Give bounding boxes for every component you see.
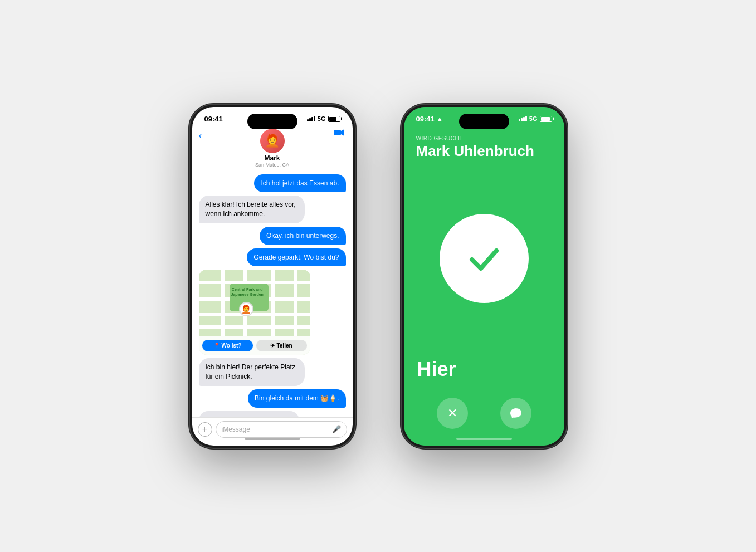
checkmark-area: [404, 160, 564, 358]
message-bubble: Ich bin hier! Der perfekte Platz für ein…: [199, 358, 305, 386]
home-indicator: [456, 438, 512, 440]
signal-bars: [307, 116, 315, 121]
contact-location: San Mateo, CA: [255, 162, 289, 168]
battery-icon: [328, 116, 340, 122]
message-bubble: Okay, ich bin unterwegs.: [260, 227, 346, 245]
message-input-bar: + iMessage 🎤: [192, 417, 353, 446]
messages-list: Ich hol jetzt das Essen ab. Alles klar! …: [192, 171, 353, 417]
map-actions: 📍 Wo ist? ✈ Teilen: [199, 336, 310, 355]
status-icons: 5G: [519, 115, 552, 122]
signal-bars: [519, 116, 527, 121]
dynamic-island: [459, 114, 509, 129]
where-is-label: Wo ist?: [222, 343, 242, 349]
messages-header: ‹ 🧑‍🦰 Mark San Mateo, CA: [192, 126, 353, 171]
message-bubble: Super! Bin halb verhungert ...: [199, 411, 299, 417]
road: [294, 270, 297, 336]
contact-avatar[interactable]: 🧑‍🦰: [260, 129, 285, 153]
map-background: Central Park andJapanese Garden 🧑‍🦰: [199, 270, 310, 336]
message-row-map: Central Park andJapanese Garden 🧑‍🦰 📍 Wo…: [199, 270, 346, 355]
where-is-button[interactable]: 📍 Wo ist?: [202, 340, 253, 351]
location-arrow-icon: ▲: [437, 115, 443, 122]
message-row: Super! Bin halb verhungert ...: [199, 411, 346, 417]
message-row: Gerade geparkt. Wo bist du?: [199, 248, 346, 267]
map-bubble[interactable]: Central Park andJapanese Garden 🧑‍🦰 📍 Wo…: [199, 270, 310, 355]
battery-fill: [329, 117, 337, 121]
park-label: Central Park andJapanese Garden: [231, 287, 264, 297]
location-confirmed-label: Hier: [404, 358, 564, 398]
svg-marker-1: [341, 129, 344, 136]
subtitle-label: WIRD GESUCHT: [416, 135, 552, 141]
5g-label: 5G: [529, 115, 538, 122]
mic-icon[interactable]: 🎤: [332, 425, 341, 433]
battery-fill: [541, 117, 550, 121]
status-time: 09:41: [416, 115, 435, 123]
location-pin: 🧑‍🦰: [239, 302, 253, 316]
status-time: 09:41: [204, 115, 223, 123]
home-indicator: [245, 438, 300, 440]
location-icon: 📍: [213, 343, 220, 349]
green-screen: 09:41 ▲ 5G WIRD GESUCHT Mark Uhlenbruch: [404, 107, 564, 446]
svg-rect-0: [334, 130, 341, 135]
message-bubble: Ich hol jetzt das Essen ab.: [254, 174, 345, 193]
message-row: Alles klar! Ich bereite alles vor, wenn …: [199, 196, 346, 223]
contact-full-name: Mark Uhlenbruch: [416, 143, 552, 160]
location-phone: 09:41 ▲ 5G WIRD GESUCHT Mark Uhlenbruch: [401, 104, 568, 449]
message-button[interactable]: [500, 398, 531, 429]
green-header: WIRD GESUCHT Mark Uhlenbruch: [404, 126, 564, 160]
messages-phone: 09:41 5G ‹ 🧑‍🦰 Mark San Mateo, CA: [189, 104, 356, 449]
message-row: Ich hol jetzt das Essen ab.: [199, 174, 346, 193]
message-bubble: Alles klar! Ich bereite alles vor, wenn …: [199, 196, 305, 223]
message-row: Ich bin hier! Der perfekte Platz für ein…: [199, 358, 346, 386]
message-bubble: Gerade geparkt. Wo bist du?: [247, 248, 345, 267]
input-placeholder: iMessage: [222, 426, 250, 433]
video-call-button[interactable]: [334, 129, 345, 139]
dynamic-island: [247, 114, 297, 129]
add-attachment-button[interactable]: +: [198, 422, 212, 437]
checkmark-icon: [462, 236, 506, 281]
message-icon: [509, 407, 523, 419]
message-row: Bin gleich da mit dem 🧺🍦.: [199, 389, 346, 408]
battery-icon: [540, 116, 552, 122]
share-label: Teilen: [276, 343, 292, 349]
share-icon: ✈: [270, 343, 275, 349]
messages-screen: 09:41 5G ‹ 🧑‍🦰 Mark San Mateo, CA: [192, 107, 353, 446]
message-input-field[interactable]: iMessage 🎤: [216, 421, 347, 438]
dismiss-icon: ✕: [447, 406, 457, 421]
share-button[interactable]: ✈ Teilen: [256, 340, 307, 351]
road: [221, 270, 225, 336]
checkmark-circle: [440, 214, 529, 303]
status-icons: 5G: [307, 115, 340, 122]
map-image: Central Park andJapanese Garden 🧑‍🦰: [199, 270, 310, 336]
message-row: Okay, ich bin unterwegs.: [199, 227, 346, 245]
message-bubble: Bin gleich da mit dem 🧺🍦.: [248, 389, 345, 408]
dismiss-button[interactable]: ✕: [437, 398, 468, 429]
contact-name[interactable]: Mark: [264, 154, 280, 162]
road: [271, 270, 275, 336]
5g-label: 5G: [318, 115, 326, 122]
back-button[interactable]: ‹: [199, 130, 202, 141]
